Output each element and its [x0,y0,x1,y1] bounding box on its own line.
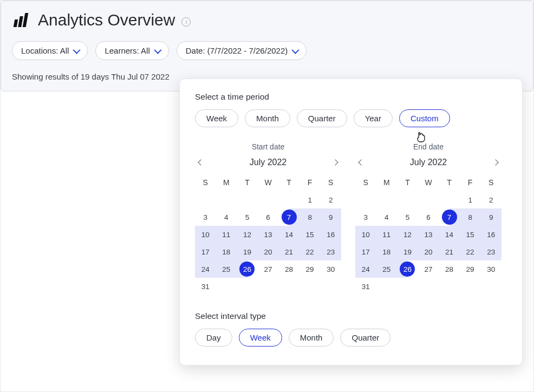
calendar-day[interactable]: 6 [258,208,279,226]
calendar-day[interactable]: 7 [439,208,460,226]
period-year[interactable]: Year [354,109,393,127]
calendar-day[interactable]: 26 [397,260,418,278]
period-quarter[interactable]: Quarter [297,109,347,127]
end-calendar: End date July 2022 SMTWTFS 1234567891011… [355,142,502,295]
filters-row: Locations: All Learners: All Date: (7/7/… [1,34,533,62]
calendar-day[interactable]: 18 [216,243,237,260]
dow-cell: F [460,174,481,191]
calendar-day[interactable]: 17 [195,243,216,260]
calendar-day[interactable]: 28 [278,260,299,278]
calendar-day[interactable]: 30 [480,260,502,278]
calendar-day[interactable]: 3 [195,208,216,226]
calendar-day[interactable]: 26 [237,260,258,278]
locations-filter[interactable]: Locations: All [12,41,88,60]
calendar-day[interactable]: 2 [320,191,341,208]
calendar-day[interactable]: 15 [460,226,481,243]
calendar-day[interactable]: 6 [418,208,439,226]
week-row: 3456789 [195,208,341,226]
calendar-day[interactable]: 29 [460,260,481,278]
period-custom[interactable]: Custom [399,109,450,127]
analytics-icon [14,13,28,27]
calendar-day[interactable]: 11 [216,226,237,243]
analytics-panel: Analytics Overview i Locations: All Lear… [1,1,533,92]
calendar-day [237,278,258,295]
calendar-day [418,278,439,295]
week-row: 12 [355,191,502,208]
period-week[interactable]: Week [195,109,238,127]
calendar-day[interactable]: 12 [237,226,258,243]
calendar-day[interactable]: 7 [278,208,299,226]
calendar-day[interactable]: 16 [320,226,341,243]
calendar-day[interactable]: 11 [376,226,398,243]
calendar-day[interactable]: 13 [258,226,279,243]
calendar-day[interactable]: 5 [237,208,258,226]
calendar-day[interactable]: 17 [355,243,376,260]
calendar-day[interactable]: 1 [299,191,321,208]
period-month[interactable]: Month [245,109,290,127]
calendar-day[interactable]: 21 [439,243,460,260]
calendar-day[interactable]: 21 [278,243,299,260]
calendar-day[interactable]: 24 [195,260,216,278]
calendar-day[interactable]: 14 [278,226,299,243]
calendar-day[interactable]: 20 [418,243,439,260]
calendar-day[interactable]: 18 [376,243,398,260]
calendar-day[interactable]: 25 [216,260,237,278]
calendar-day[interactable]: 9 [320,208,341,226]
calendar-day[interactable]: 23 [320,243,341,260]
calendar-day[interactable]: 27 [418,260,439,278]
calendar-day[interactable]: 19 [237,243,258,260]
calendar-day[interactable]: 22 [460,243,481,260]
calendar-day[interactable]: 13 [418,226,439,243]
calendar-month-label: July 2022 [250,158,287,167]
calendar-day[interactable]: 27 [258,260,279,278]
calendar-day[interactable]: 31 [355,278,376,295]
calendar-day [397,278,418,295]
calendar-day[interactable]: 2 [480,191,502,208]
interval-day[interactable]: Day [195,329,232,347]
calendar-day[interactable]: 9 [480,208,502,226]
select-period-label: Select a time period [195,92,507,102]
learners-filter[interactable]: Learners: All [95,41,168,60]
dow-cell: S [480,174,502,191]
chevron-left-icon [358,159,364,165]
week-row: 31 [355,278,502,295]
calendar-day[interactable]: 22 [299,243,321,260]
date-filter[interactable]: Date: (7/7/2022 - 7/26/2022) [177,41,307,60]
calendar-day[interactable]: 10 [355,226,376,243]
prev-month-button[interactable] [195,156,207,168]
calendar-day[interactable]: 4 [216,208,237,226]
next-month-button[interactable] [490,156,502,168]
dow-row: SMTWTFS [355,174,502,191]
interval-quarter[interactable]: Quarter [340,329,390,347]
calendar-day[interactable]: 8 [299,208,321,226]
calendar-day[interactable]: 10 [195,226,216,243]
calendar-day[interactable]: 23 [480,243,502,260]
calendar-day [460,278,481,295]
calendar-day[interactable]: 25 [376,260,398,278]
calendar-day[interactable]: 31 [195,278,216,295]
next-month-button[interactable] [329,156,341,168]
calendar-day[interactable]: 3 [355,208,376,226]
calendar-day[interactable]: 14 [439,226,460,243]
calendar-day [397,191,418,208]
calendar-day[interactable]: 5 [397,208,418,226]
prev-month-button[interactable] [355,156,367,168]
calendar-day[interactable]: 8 [460,208,481,226]
interval-month[interactable]: Month [289,329,334,347]
calendar-day[interactable]: 1 [460,191,481,208]
calendar-day[interactable]: 16 [480,226,502,243]
calendar-day[interactable]: 28 [439,260,460,278]
calendar-day [216,278,237,295]
calendar-day[interactable]: 30 [320,260,341,278]
calendar-day[interactable]: 29 [299,260,321,278]
calendar-day[interactable]: 19 [397,243,418,260]
calendar-day[interactable]: 15 [299,226,321,243]
calendar-day[interactable]: 20 [258,243,279,260]
calendar-day[interactable]: 12 [397,226,418,243]
interval-week[interactable]: Week [239,329,282,347]
chevron-right-icon [332,159,338,165]
calendar-day [299,278,321,295]
calendar-day[interactable]: 4 [376,208,398,226]
calendar-day[interactable]: 24 [355,260,376,278]
info-icon[interactable]: i [181,17,191,27]
